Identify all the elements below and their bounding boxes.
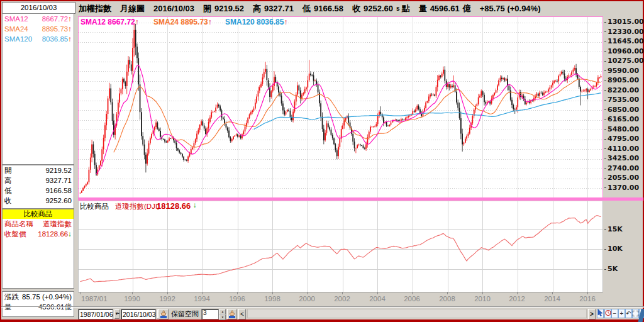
axis-tick [307,292,308,294]
sma24-label: SMA24 [4,25,28,33]
candlestick-canvas[interactable] [79,17,602,197]
comparison-header: 比較商品 道瓊指數(DJI) 18128.66 ↓ [80,202,109,211]
section-divider [78,197,643,201]
year-label: 1992 [159,295,175,303]
header-date: 2016/10/03 [153,4,194,13]
high-label: 高 [4,176,12,186]
down-arrow-icon: ↓ [68,230,72,238]
sma120-overlay: SMA120 8036.85↑ [225,18,287,26]
axis-tick [377,292,378,294]
sma24-value: 8895.73 [42,25,69,33]
year-label: 2016 [579,295,596,303]
compare-close-label: 收盤價 [4,230,26,239]
up-arrow-icon: ↑ [208,18,212,26]
year-label: 1996 [229,295,245,303]
reserve-space-input[interactable]: 3 [201,309,219,319]
change-value: +85.75 (+0.94%) [480,4,541,13]
undo-button[interactable]: ↶ [625,309,632,318]
scroll-right-button[interactable]: > [588,309,596,319]
axis-tick [132,292,133,294]
hand-tool-button-1[interactable] [158,309,169,319]
from-date-combo[interactable]: 1987/01/06 ▼ [78,309,113,319]
close-value: 9252.60 [364,4,393,13]
settle-flag: s [396,5,400,12]
compare-name: 道瓊指數 [43,219,72,229]
sidebar: 2016/10/03 SMA12 8667.72↑ SMA24 8895.73↑… [1,1,76,319]
hand-tool-button-2[interactable] [227,309,237,319]
year-label: 2006 [404,295,420,303]
up-arrow-icon: ↑ [284,18,287,26]
pointer-tool-button[interactable] [597,309,604,318]
axis-tick [80,292,80,294]
scroll-left-button[interactable]: < [238,309,246,319]
main-chart[interactable]: SMA12 8667.72↑ SMA24 8895.73↑ SMA120 803… [78,16,603,198]
open-value: 9219.52 [214,4,244,13]
year-label: 1998 [264,295,280,303]
up-arrow-icon: ↑ [68,15,72,23]
change-value: 85.75 (+0.94%) [22,293,72,301]
price-axis-label: 10275.00 [604,57,643,65]
price-axis-label: 12330.00 [604,28,643,36]
close-label: 收 [352,3,360,14]
to-date-combo[interactable]: 2016/10/03 ▼ [121,309,156,319]
price-axis-label: 6165.00 [604,115,643,124]
select-region-button[interactable] [632,309,639,318]
axis-tick [202,292,203,294]
axis-tick [587,292,588,294]
price-axis-label: 1370.00 [604,184,643,192]
axis-tick [237,292,238,294]
tilde-label: ~ [116,309,119,317]
compare-title: 比較商品 [3,209,74,219]
sma24-overlay: SMA24 8895.73↑ [153,18,212,26]
zoom-out-button[interactable]: − [611,309,618,318]
year-label: 2008 [439,295,455,303]
axis-tick [167,292,168,294]
axis-tick [272,292,273,294]
price-axis-label: 9590.00 [604,67,643,75]
spin-down-icon[interactable]: ▼ [219,314,226,320]
time-tool-button[interactable] [604,309,611,318]
sma12-value: 8667.72 [42,15,69,23]
down-arrow-icon: ↓ [193,201,197,209]
cursor-icon [597,309,603,316]
volume-unit: 億 [463,3,471,14]
compare-close: 18128.66 [38,230,68,238]
reserve-space-stepper[interactable]: ▲▼ [219,309,226,319]
price-axis-label: 4110.00 [604,145,643,153]
symbol-name: 加權指數 [79,3,111,14]
zoom-in-button[interactable]: + [618,309,625,318]
sma120-label: SMA120 [4,35,32,43]
year-label: 2004 [369,295,386,303]
axis-tick [342,292,343,294]
sma-panel: SMA12 8667.72↑ SMA24 8895.73↑ SMA120 803… [2,13,74,165]
high-label: 高 [253,3,261,14]
scrollbar-track[interactable] [247,309,587,318]
dji-axis-label: 10K [604,245,643,253]
price-axis-label: 2740.00 [604,164,643,173]
reserve-space-label: 保留空間 [171,309,199,319]
date-box[interactable]: 2016/10/03 [2,2,75,14]
open-label: 開 [4,166,12,175]
year-label: 2002 [334,295,350,303]
volume-value: 4596.61 [430,4,460,13]
price-axis-label: 5480.00 [604,125,643,134]
comparison-chart[interactable]: 比較商品 道瓊指數(DJI) 18128.66 ↓ [78,201,603,292]
axis-tick [552,292,553,294]
year-label: 1994 [194,295,210,303]
price-axis-label: 6850.00 [604,106,643,114]
price-axis-label: 11645.00 [604,37,643,46]
comparison-title: 比較商品 [80,203,109,210]
sma-overlay-labels: SMA12 8667.72↑ SMA24 8895.73↑ SMA120 803… [79,18,602,27]
compare-panel: 比較商品 商品名稱道瓊指數 收盤價18128.66↓ [2,209,74,289]
clock-icon [605,309,611,316]
spin-up-icon[interactable]: ▲ [219,309,226,314]
price-axis-label: 3425.00 [604,154,643,163]
volume-label: 量 [419,3,427,14]
year-label: 2014 [544,295,560,303]
axis-tick [482,292,483,294]
price-axis-label: 8905.00 [604,76,643,85]
high-value: 9327.71 [45,177,72,184]
dji-canvas[interactable] [79,201,602,292]
hand-icon [228,309,236,319]
axis-tick [447,292,448,294]
